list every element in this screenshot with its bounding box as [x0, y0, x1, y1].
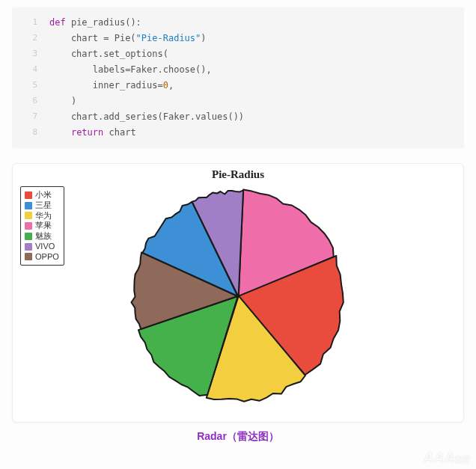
code-line: 3 chart.set_options( — [22, 46, 454, 62]
legend-item: 三星 — [25, 200, 59, 211]
code-block: 1def pie_radius():2 chart = Pie("Pie-Rad… — [12, 7, 464, 148]
legend-item: 华为 — [25, 211, 59, 221]
legend-swatch — [25, 212, 32, 219]
legend-swatch — [25, 253, 32, 260]
code-line: 4 labels=Faker.choose(), — [22, 62, 454, 78]
legend-label: OPPO — [35, 252, 59, 263]
legend-swatch — [25, 191, 32, 199]
footer-link[interactable]: Radar（雷达图） — [12, 430, 464, 444]
legend-label: 三星 — [35, 200, 52, 211]
watermark: AAA教育 — [424, 450, 470, 466]
pie-chart — [17, 183, 459, 417]
chart-legend: 小米三星华为苹果魅族VIVOOPPO — [20, 186, 64, 266]
legend-item: VIVO — [25, 242, 59, 252]
code-line: 8 return chart — [22, 125, 454, 141]
legend-item: 魅族 — [25, 231, 59, 242]
legend-label: 魅族 — [35, 231, 52, 242]
chart-card: Pie-Radius 小米三星华为苹果魅族VIVOOPPO — [12, 163, 464, 423]
legend-swatch — [25, 222, 32, 230]
code-line: 6 ) — [22, 94, 454, 109]
legend-swatch — [25, 202, 32, 209]
code-line: 7 chart.add_series(Faker.values()) — [22, 109, 454, 125]
legend-swatch — [25, 233, 32, 240]
legend-label: VIVO — [35, 242, 55, 252]
legend-item: 小米 — [25, 190, 59, 200]
code-line: 2 chart = Pie("Pie-Radius") — [22, 31, 454, 46]
legend-label: 小米 — [35, 190, 52, 200]
legend-swatch — [25, 243, 32, 251]
legend-label: 苹果 — [35, 221, 52, 231]
legend-item: 苹果 — [25, 221, 59, 231]
legend-item: OPPO — [25, 252, 59, 263]
legend-label: 华为 — [35, 211, 52, 221]
code-line: 5 inner_radius=0, — [22, 78, 454, 94]
code-line: 1def pie_radius(): — [22, 15, 454, 31]
chart-title: Pie-Radius — [17, 168, 459, 181]
